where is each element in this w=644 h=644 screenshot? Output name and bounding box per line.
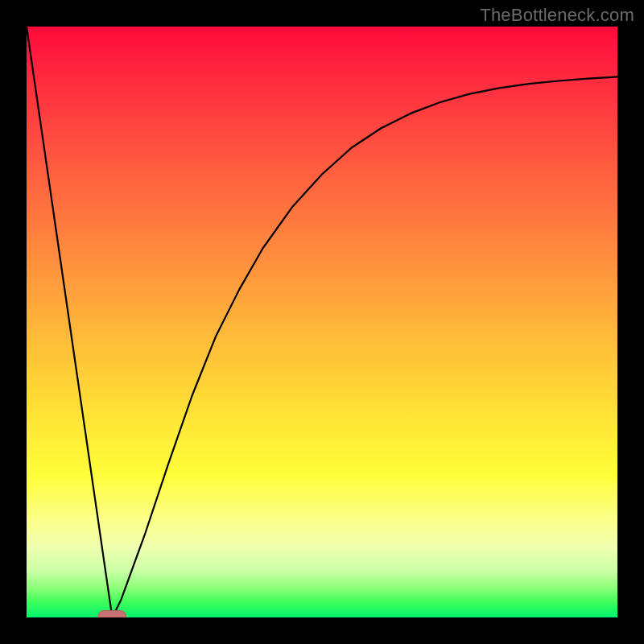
watermark-text: TheBottleneck.com — [480, 5, 634, 26]
plot-area — [27, 27, 617, 617]
bottleneck-curve — [27, 27, 617, 617]
optimum-marker — [98, 611, 126, 618]
curve-svg — [27, 27, 617, 617]
chart-frame: TheBottleneck.com — [0, 0, 644, 644]
